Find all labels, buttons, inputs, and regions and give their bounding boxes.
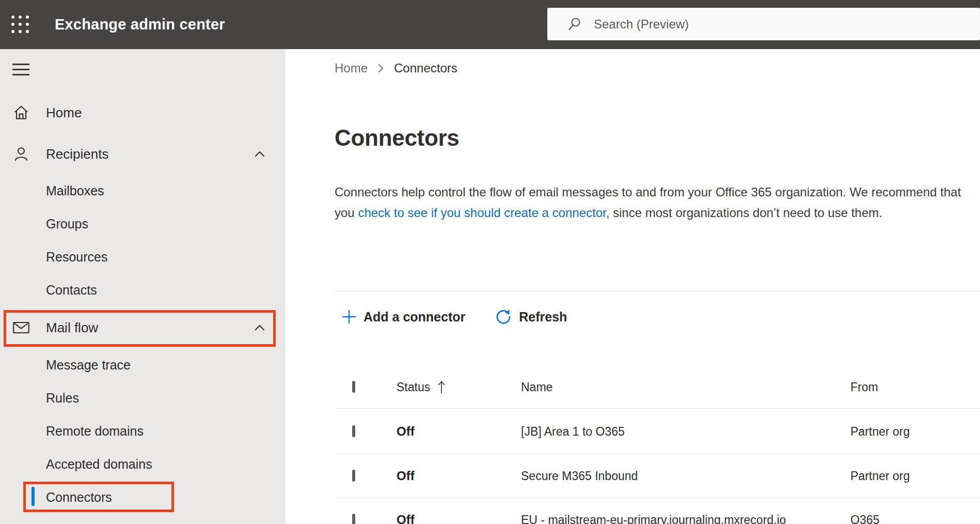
toolbar-divider: [335, 291, 980, 291]
sidebar-item-resources[interactable]: Resources: [0, 240, 286, 273]
sidebar-item-groups[interactable]: Groups: [0, 207, 286, 240]
connector-from: O365: [850, 513, 879, 524]
column-header-name[interactable]: Name: [521, 380, 552, 394]
mail-icon: [12, 319, 30, 336]
connector-status: Off: [397, 469, 415, 483]
sidebar-item-label: Accepted domains: [46, 457, 152, 472]
sidebar-item-label: Groups: [46, 217, 88, 232]
column-header-status[interactable]: Status: [397, 380, 430, 394]
sidebar-item-message-trace[interactable]: Message trace: [0, 348, 286, 381]
connector-status: Off: [397, 424, 415, 439]
sidebar-item-rules[interactable]: Rules: [0, 381, 286, 414]
sidebar-item-mail-flow[interactable]: Mail flow: [0, 311, 286, 344]
breadcrumb: Home Connectors: [335, 61, 457, 75]
sidebar-item-label: Connectors: [46, 490, 112, 505]
row-checkbox[interactable]: [352, 425, 355, 437]
table-row[interactable]: Off [JB] Area 1 to O365 Partner org: [335, 409, 980, 454]
breadcrumb-home-link[interactable]: Home: [335, 61, 368, 75]
connectors-table: Status Name From Off [JB] Area 1 to O365…: [335, 366, 980, 524]
sidebar-item-contacts[interactable]: Contacts: [0, 273, 286, 306]
refresh-label: Refresh: [519, 310, 567, 325]
sidebar-item-connectors[interactable]: Connectors: [0, 481, 286, 514]
home-icon: [12, 104, 30, 121]
app-title: Exchange admin center: [55, 0, 225, 49]
select-all-checkbox[interactable]: [352, 381, 355, 393]
table-row[interactable]: Off Secure M365 Inbound Partner org: [335, 454, 980, 498]
page-title: Connectors: [335, 125, 459, 151]
connector-name[interactable]: Secure M365 Inbound: [521, 469, 638, 483]
chevron-right-icon: [377, 62, 385, 74]
connector-status: Off: [397, 513, 415, 524]
exchange-admin-center-window: Exchange admin center Home: [0, 0, 980, 524]
plus-icon: [341, 309, 357, 325]
table-row[interactable]: Off EU - mailstream-eu-primary.journalin…: [335, 498, 980, 524]
chevron-up-icon[interactable]: [252, 147, 267, 161]
command-bar: Add a connector Refresh: [335, 304, 567, 330]
connector-from: Partner org: [850, 424, 910, 438]
description-text: since most organizations don’t need to u…: [609, 206, 882, 220]
search-icon: [566, 16, 583, 33]
add-connector-label: Add a connector: [363, 310, 465, 325]
connector-name[interactable]: EU - mailstream-eu-primary.journaling.mx…: [521, 513, 786, 524]
sidebar-item-label: Rules: [46, 391, 79, 406]
sidebar-item-label: Resources: [46, 250, 108, 265]
sidebar-item-label: Contacts: [46, 283, 97, 298]
sidebar: Home Recipients Mailboxes Groups Reso: [0, 49, 286, 524]
app-launcher-icon[interactable]: [11, 16, 30, 34]
selected-item-indicator: [31, 487, 35, 506]
sidebar-item-recipients[interactable]: Recipients: [0, 137, 286, 171]
search-input[interactable]: [594, 17, 980, 32]
connector-from: Partner org: [850, 469, 910, 483]
person-icon: [12, 145, 30, 163]
table-header-row: Status Name From: [335, 366, 980, 409]
sidebar-item-accepted-domains[interactable]: Accepted domains: [0, 448, 286, 481]
sort-ascending-icon[interactable]: [437, 380, 446, 394]
create-connector-check-link[interactable]: check to see if you should create a conn…: [358, 206, 609, 220]
sidebar-item-label: Mailboxes: [46, 183, 104, 198]
row-checkbox[interactable]: [352, 470, 355, 482]
sidebar-item-remote-domains[interactable]: Remote domains: [0, 414, 286, 448]
top-bar: Exchange admin center: [0, 0, 980, 49]
sidebar-item-home[interactable]: Home: [0, 96, 286, 129]
sidebar-item-label: Recipients: [46, 146, 108, 162]
column-header-from[interactable]: From: [850, 380, 878, 394]
sidebar-item-label: Message trace: [46, 358, 131, 373]
search-box[interactable]: [547, 8, 980, 40]
row-checkbox[interactable]: [352, 514, 355, 524]
breadcrumb-current: Connectors: [394, 61, 457, 75]
connector-name[interactable]: [JB] Area 1 to O365: [521, 424, 625, 438]
refresh-button[interactable]: Refresh: [495, 308, 567, 326]
refresh-icon: [495, 308, 512, 326]
sidebar-item-mailboxes[interactable]: Mailboxes: [0, 174, 286, 207]
sidebar-item-label: Mail flow: [46, 320, 98, 336]
sidebar-item-label: Home: [46, 105, 82, 121]
add-connector-button[interactable]: Add a connector: [341, 309, 465, 325]
menu-toggle-icon[interactable]: [12, 64, 29, 75]
chevron-up-icon[interactable]: [252, 320, 267, 335]
sidebar-item-label: Remote domains: [46, 424, 144, 439]
page-description: Connectors help control the flow of emai…: [335, 182, 969, 223]
